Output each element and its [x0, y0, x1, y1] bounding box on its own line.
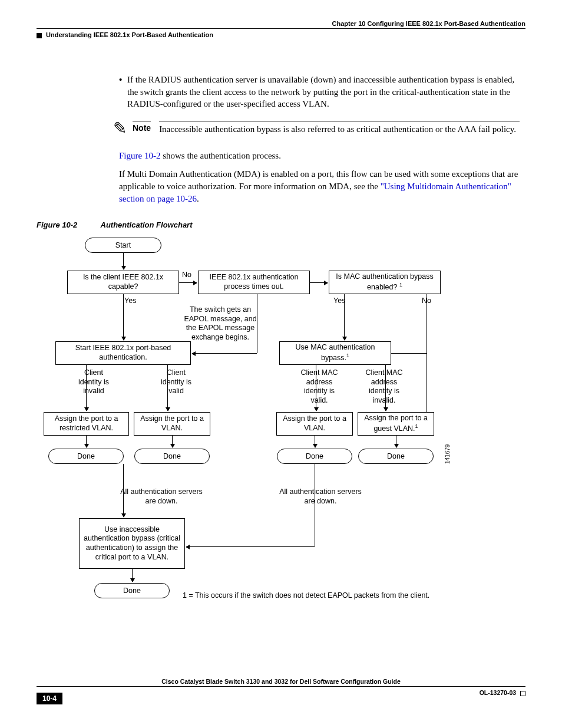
square-icon [37, 33, 42, 38]
label-client-invalid: Client identity is invalid [73, 368, 114, 396]
page-number: 10-4 [37, 693, 62, 704]
pencil-icon: ✎ [113, 118, 127, 138]
page: Chapter 10 Configuring IEEE 802.1x Port-… [0, 0, 562, 728]
bullet-dot: • [119, 74, 127, 110]
box-guest-vlan: Assign the port to a guest VLAN.1 [358, 412, 434, 436]
para-fig-ref: Figure 10-2 shows the authentication pro… [119, 150, 520, 162]
arrow-serversdown-left [123, 464, 124, 517]
box-start-auth: Start IEEE 802.1x port-based authenticat… [55, 341, 191, 365]
start-terminator: Start [85, 238, 161, 253]
note-label: Note [133, 121, 151, 133]
decision-client-capable: Is the client IEEE 802.1x capable? [67, 271, 179, 294]
arrow-start-down [123, 253, 124, 269]
line-macno-h [391, 353, 427, 354]
label-mac-invalid: Client MAC address identity is invalid. [361, 368, 408, 406]
box-restricted-vlan: Assign the port to a restricted VLAN. [44, 412, 129, 436]
arrow-critical-done [132, 569, 133, 582]
para2c: . [197, 194, 199, 203]
para-mda: If Multi Domain Authentication (MDA) is … [119, 168, 520, 205]
figure-id: 141679 [444, 444, 451, 464]
arrow-to-timeout [179, 282, 197, 283]
box-assign-vlan-1: Assign the port to a VLAN. [134, 412, 210, 436]
line-timeout-down [257, 294, 257, 353]
bullet-item: • If the RADIUS authentication server is… [119, 74, 520, 110]
label-servers-down-1: All authentication servers are down. [120, 487, 203, 506]
start-label: Start [115, 241, 131, 249]
label-mac-valid: Client MAC address identity is valid. [296, 368, 343, 406]
arrow-macq-yes [344, 294, 345, 340]
flow-footnote: 1 = This occurs if the switch does not d… [183, 591, 429, 599]
box-critical-auth: Use inaccessible authentication bypass (… [79, 518, 185, 569]
figure-title: Authentication Flowchart [101, 220, 193, 229]
arrow-invalid-down [86, 365, 87, 411]
section-title: Understanding IEEE 802.1x Port-Based Aut… [46, 31, 213, 38]
label-no-1: No [182, 271, 191, 280]
figure-link[interactable]: Figure 10-2 [119, 151, 160, 160]
label-client-valid: Client identity is valid [156, 368, 197, 396]
done-2: Done [134, 449, 210, 464]
running-header: Chapter 10 Configuring IEEE 802.1x Port-… [37, 20, 525, 27]
page-footer: Cisco Catalyst Blade Switch 3130 and 303… [37, 678, 525, 704]
arrow-done-3v [315, 436, 315, 447]
section-row: Understanding IEEE 802.1x Port-Based Aut… [37, 31, 525, 38]
figure-caption: Figure 10-2 Authentication Flowchart [37, 220, 525, 229]
arrow-done-4v [396, 436, 396, 447]
done-4: Done [358, 449, 434, 464]
box-timeout: IEEE 802.1x authentication process times… [198, 271, 310, 294]
done-3: Done [277, 449, 352, 464]
line-macno-join [427, 345, 427, 353]
done-5: Done [94, 583, 170, 598]
box-assign-vlan-2: Assign the port to a VLAN. [276, 412, 353, 436]
label-eapol: The switch gets an EAPOL message, and th… [182, 305, 259, 342]
arrow-macinvalid-down [385, 365, 386, 411]
label-servers-down-2: All authentication servers are down. [279, 487, 362, 506]
done-1: Done [48, 449, 124, 464]
footer-rule [37, 686, 525, 687]
book-title: Cisco Catalyst Blade Switch 3130 and 303… [161, 678, 401, 685]
arrow-serversdown-right-h [186, 546, 315, 547]
decision-mac-enabled: Is MAC authentication bypass enabled? 1 [329, 271, 441, 294]
chapter-title: Chapter 10 Configuring IEEE 802.1x Port-… [332, 20, 525, 27]
label-yes-1: Yes [124, 297, 136, 306]
arrow-done-2v [172, 436, 173, 447]
flowchart: Start Is the client IEEE 802.1x capable?… [32, 238, 456, 633]
para1b: shows the authentication process. [160, 151, 281, 160]
square-outline-icon [520, 691, 525, 696]
arrow-done-1v [86, 436, 87, 447]
note-text: Inaccessible authentication bypass is al… [159, 121, 520, 136]
arrow-q1-down [123, 294, 124, 340]
arrow-to-mac-q [310, 282, 328, 283]
figure-number: Figure 10-2 [37, 220, 77, 229]
body-column: • If the RADIUS authentication server is… [119, 74, 520, 205]
arrow-valid-down [167, 365, 168, 411]
note-block: ✎ Note Inaccessible authentication bypas… [113, 121, 520, 138]
bullet-text: If the RADIUS authentication server is u… [127, 74, 520, 110]
arrow-macvalid-down [316, 365, 316, 411]
line-serversdown-right-v [315, 464, 315, 546]
header-rule [37, 28, 525, 29]
arrow-eapol-left [192, 353, 257, 354]
line-no-to-guest [427, 353, 427, 412]
box-use-mac: Use MAC authentication bypass.1 [279, 341, 391, 365]
line-macno-down [427, 294, 427, 345]
doc-id: OL-13270-03 [480, 689, 516, 696]
